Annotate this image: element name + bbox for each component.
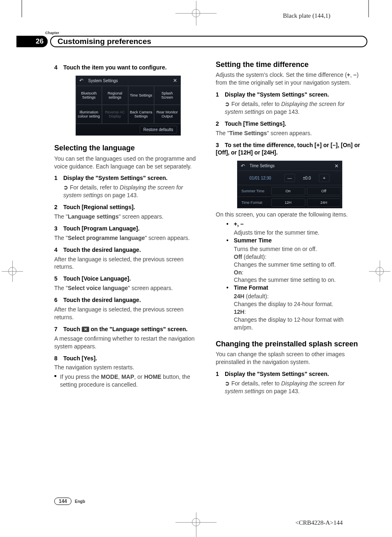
chapter-number: 26 xyxy=(16,36,48,47)
ref-suffix: on page 143. xyxy=(264,108,300,115)
screenshot-title: System Settings xyxy=(87,78,170,84)
registration-mark-top xyxy=(171,6,221,22)
offset-value: ±0.0 xyxy=(297,175,316,181)
off-button: Off xyxy=(307,187,341,195)
minus-button: — xyxy=(284,174,295,182)
ref-suffix: on page 143. xyxy=(264,388,300,394)
black-plate-label: Black plate (144,1) xyxy=(283,12,330,19)
row-label: Summer Time xyxy=(238,189,270,194)
arrow-icon: ➲ xyxy=(63,184,70,191)
ss-cell: Splash Screen xyxy=(154,86,180,105)
left-column: 4Touch the item you want to configure. ↶… xyxy=(54,60,202,396)
chapter-label: Chapter xyxy=(23,31,367,35)
body-text: After the language is selected, the prev… xyxy=(54,256,202,271)
splash-intro: You can change the splash screen to othe… xyxy=(216,350,363,366)
plus-button: + xyxy=(319,174,330,182)
close-icon: ✕ xyxy=(331,163,342,169)
step-text: Display the "System Settings" screen. xyxy=(225,371,329,377)
bullet-title: +, – xyxy=(234,221,244,227)
body-bold: Language settings xyxy=(68,213,119,220)
body-bold: Select programme language xyxy=(68,235,145,241)
note-bold: MAP xyxy=(121,373,134,380)
body-text: A message confirming whether to restart … xyxy=(54,335,202,350)
option-body: Changes the summer time setting to off. xyxy=(228,261,363,269)
step-number: 4 xyxy=(54,64,63,71)
bullet-title: Summer Time xyxy=(234,237,272,244)
step-text: Touch [Regional settings]. xyxy=(63,204,135,210)
restore-defaults: Restore defaults xyxy=(140,126,177,134)
ss-cell: Rear Monitor Output xyxy=(154,105,180,124)
24h-button: 24H xyxy=(307,198,341,207)
option-bold: On xyxy=(234,269,242,276)
step-number: 1 xyxy=(54,174,63,182)
step-number: 1 xyxy=(216,370,225,378)
ss-cell: Regional settings xyxy=(102,86,128,105)
body-text: " screen appears. xyxy=(145,235,190,241)
heading-time-difference: Setting the time difference xyxy=(216,60,363,69)
screenshot-title: Time Settings xyxy=(248,163,331,169)
step-number: 3 xyxy=(54,225,63,233)
option-body: Changes the display to 24-hour format. xyxy=(228,300,363,308)
step-number: 7 xyxy=(54,325,63,333)
language-code: Engb xyxy=(75,499,85,504)
heading-selecting-language: Selecting the language xyxy=(54,143,202,153)
body-bold: Select voice language xyxy=(68,285,128,291)
option-text: (default): xyxy=(244,293,269,300)
option-bold: 24H xyxy=(234,293,244,300)
back-icon: ↶ xyxy=(76,77,87,84)
row-label: Time Format xyxy=(238,200,270,205)
registration-mark-left xyxy=(4,263,21,279)
body-text: The " xyxy=(216,130,229,136)
arrow-icon: ➲ xyxy=(225,380,231,387)
step-text: Touch the desired language. xyxy=(63,247,141,253)
chapter-title: Customising preferences xyxy=(50,36,367,47)
step-text: Touch [Voice Language]. xyxy=(63,275,131,282)
ref-text: For details, refer to xyxy=(70,184,120,191)
time-settings-screenshot: ↶ Time Settings ✕ 01/01 12:30 — ±0.0 + S… xyxy=(237,161,342,208)
right-column: Setting the time difference Adjusts the … xyxy=(216,60,363,396)
operate-text: On this screen, you can operate the foll… xyxy=(216,211,363,219)
step-text: Touch xyxy=(63,326,82,332)
step-number: 6 xyxy=(54,296,63,304)
step-text: Touch [Program Language]. xyxy=(63,225,140,232)
ss-cell-disabled: Reverse AC Display xyxy=(102,105,128,124)
ref-text: For details, refer to xyxy=(231,101,281,107)
datetime-value: 01/01 12:30 xyxy=(249,175,271,181)
option-body: Changes the display to 12-hour format wi… xyxy=(228,316,363,332)
on-button: On xyxy=(271,187,305,195)
lang-intro: You can set the languages used on the pr… xyxy=(54,155,202,171)
step-text: Touch [Yes]. xyxy=(63,355,97,362)
body-text: The " xyxy=(54,235,68,241)
body-bold: Time Settings xyxy=(229,130,267,136)
option-bold: 12H xyxy=(234,309,244,315)
ss-cell: Back Camera Settings xyxy=(128,105,154,124)
note-text: If you press the xyxy=(60,373,101,380)
note-bold: HOME xyxy=(144,373,161,380)
12h-button: 12H xyxy=(271,198,305,207)
step-number: 2 xyxy=(216,120,225,128)
bullet-body: Adjusts time for the summer time. xyxy=(228,229,363,237)
body-text: After the language is selected, the prev… xyxy=(54,306,202,321)
bullet-body: Turns the summer time on or off. xyxy=(228,245,363,253)
intro-bold: – xyxy=(353,71,357,78)
arrow-icon: ➲ xyxy=(225,101,231,107)
step-number: 4 xyxy=(54,246,63,254)
option-bold: Off xyxy=(234,254,242,260)
ss-cell: Illumination colour setting xyxy=(76,105,102,124)
step-text: To set the time difference, touch [+] or… xyxy=(216,142,360,156)
registration-mark-bottom xyxy=(171,515,221,531)
page-number: 144 xyxy=(54,498,71,505)
option-text: : xyxy=(242,269,243,276)
body-text: The " xyxy=(54,285,68,291)
system-settings-screenshot: ↶ System Settings ✕ Bluetooth Settings R… xyxy=(76,76,181,136)
step-number: 2 xyxy=(54,203,63,211)
step-text: Display the "System Settings" screen. xyxy=(225,91,329,98)
step-text: Touch the desired language. xyxy=(63,297,141,303)
option-text: : xyxy=(244,309,246,315)
note-bold: MODE xyxy=(101,373,118,380)
step-text: Touch the item you want to configure. xyxy=(63,64,167,71)
step-number: 3 xyxy=(216,141,225,149)
step-number: 5 xyxy=(54,275,63,283)
ref-text: For details, refer to xyxy=(231,380,281,387)
back-icon: ↶ xyxy=(238,163,248,169)
